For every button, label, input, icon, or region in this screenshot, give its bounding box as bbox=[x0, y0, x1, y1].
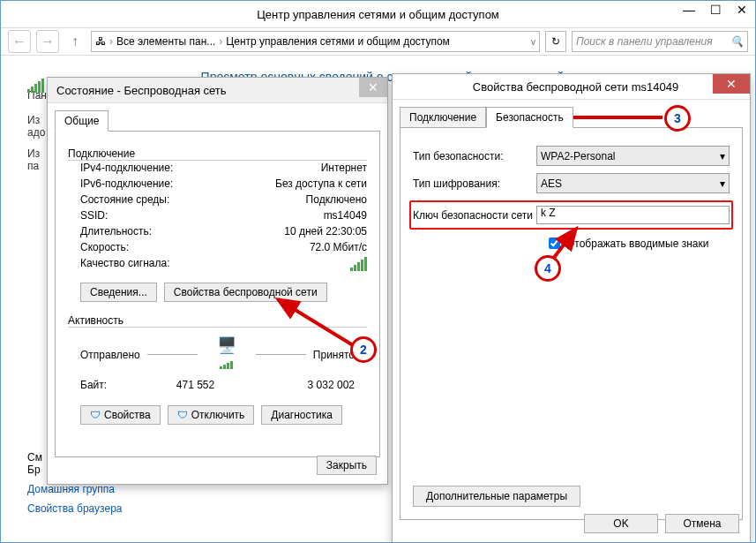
search-placeholder: Поиск в панели управления bbox=[576, 35, 713, 48]
text-fragment: См bbox=[27, 451, 42, 464]
text-fragment: Из bbox=[27, 147, 40, 160]
chevron-right-icon: › bbox=[219, 35, 222, 48]
shield-icon: 🛡 bbox=[90, 409, 101, 421]
breadcrumb-item[interactable]: Все элементы пан... bbox=[116, 35, 215, 48]
text-fragment: Бр bbox=[27, 464, 41, 476]
label: IPv6-подключение: bbox=[80, 177, 173, 190]
back-button[interactable]: ← bbox=[8, 30, 31, 53]
value: Без доступа к сети bbox=[275, 177, 367, 190]
tab-body: Подключение IPv4-подключение:Интернет IP… bbox=[55, 131, 380, 457]
signal-icon bbox=[27, 79, 44, 95]
chevron-down-icon[interactable]: v bbox=[531, 37, 535, 47]
label: Состояние среды: bbox=[80, 193, 169, 206]
search-icon: 🔍 bbox=[730, 35, 744, 48]
tab-strip: Общие bbox=[55, 110, 380, 132]
recv-label: Принято bbox=[313, 349, 355, 361]
tab-security[interactable]: Безопасность bbox=[486, 107, 573, 128]
signal-bars-icon bbox=[350, 257, 367, 274]
refresh-button[interactable]: ↻ bbox=[545, 31, 566, 52]
annotation-3: 3 bbox=[664, 105, 691, 132]
value: 10 дней 22:30:05 bbox=[284, 225, 367, 238]
diagnose-button[interactable]: Диагностика bbox=[261, 405, 342, 425]
chevron-down-icon: ▾ bbox=[720, 150, 725, 162]
value: 72.0 Мбит/с bbox=[310, 241, 367, 253]
close-dialog-button[interactable]: Закрыть bbox=[317, 456, 377, 475]
wireless-props-button[interactable]: Свойства беспроводной сети bbox=[164, 283, 327, 302]
label: SSID: bbox=[80, 209, 108, 222]
bytes-recv-value: 3 032 002 bbox=[284, 379, 355, 391]
shield-icon: 🛡 bbox=[177, 409, 188, 421]
up-button[interactable]: ↑ bbox=[64, 31, 86, 52]
advanced-button[interactable]: Дополнительные параметры bbox=[413, 486, 580, 507]
location-bar[interactable]: 🖧 › Все элементы пан... › Центр управлен… bbox=[91, 31, 540, 52]
window-title: Центр управления сетями и общим доступом bbox=[257, 8, 499, 21]
encryption-select[interactable]: AES▾ bbox=[536, 173, 730, 193]
dialog-title: Состояние - Беспроводная сеть bbox=[56, 84, 227, 97]
cancel-button[interactable]: Отмена bbox=[665, 514, 739, 533]
text-fragment: па bbox=[27, 160, 39, 172]
forward-button[interactable]: → bbox=[36, 30, 59, 53]
main-window: Центр управления сетями и общим доступом… bbox=[0, 0, 756, 543]
encryption-label: Тип шифрования: bbox=[413, 177, 536, 190]
close-button[interactable]: ✕ bbox=[359, 78, 387, 97]
dialog-title-bar: Свойства беспроводной сети ms14049 ✕ bbox=[393, 74, 750, 100]
browser-props-link[interactable]: Свойства браузера bbox=[27, 502, 123, 515]
wireless-properties-dialog: Свойства беспроводной сети ms14049 ✕ Под… bbox=[392, 73, 751, 543]
location-icon: 🖧 bbox=[95, 35, 106, 48]
breadcrumb-row: ← → ↑ 🖧 › Все элементы пан... › Центр уп… bbox=[1, 28, 755, 56]
details-button[interactable]: Сведения... bbox=[80, 283, 157, 302]
ok-button[interactable]: OK bbox=[584, 514, 658, 533]
properties-button[interactable]: 🛡Свойства bbox=[80, 405, 161, 425]
tab-connection[interactable]: Подключение bbox=[400, 107, 486, 128]
show-chars-label: Отображать вводимые знаки bbox=[566, 238, 708, 250]
chevron-right-icon: › bbox=[109, 35, 113, 48]
dialog-title: Свойства беспроводной сети ms14049 bbox=[473, 80, 678, 94]
value: ms14049 bbox=[324, 209, 367, 222]
security-key-input[interactable]: k Z bbox=[536, 206, 730, 224]
label: Скорость: bbox=[80, 241, 129, 253]
label: Длительность: bbox=[80, 225, 152, 238]
tab-body: Тип безопасности: WPA2-Personal▾ Тип шиф… bbox=[400, 127, 743, 520]
value: Интернет bbox=[321, 162, 367, 174]
security-key-label: Ключ безопасности сети bbox=[413, 209, 536, 222]
minimize-button[interactable]: — bbox=[676, 1, 702, 20]
security-type-select[interactable]: WPA2-Personal▾ bbox=[536, 146, 730, 166]
bytes-sent-value: 471 552 bbox=[107, 379, 284, 391]
annotation-4: 4 bbox=[535, 255, 561, 282]
title-bar: Центр управления сетями и общим доступом… bbox=[1, 1, 755, 28]
tab-general[interactable]: Общие bbox=[55, 110, 109, 132]
show-chars-checkbox[interactable] bbox=[549, 238, 560, 249]
text-fragment: адо bbox=[27, 126, 45, 139]
text-fragment: Из bbox=[27, 114, 40, 126]
window-controls: — ☐ ✕ bbox=[676, 1, 755, 20]
network-pc-icon: 🖥️ bbox=[205, 336, 249, 373]
close-button[interactable]: ✕ bbox=[713, 74, 750, 94]
close-button[interactable]: ✕ bbox=[729, 1, 755, 20]
value: Подключено bbox=[306, 193, 367, 206]
maximize-button[interactable]: ☐ bbox=[702, 1, 729, 20]
status-dialog: Состояние - Беспроводная сеть ✕ Общие По… bbox=[47, 77, 388, 485]
annotation-2: 2 bbox=[350, 336, 377, 363]
chevron-down-icon: ▾ bbox=[720, 177, 725, 190]
search-input[interactable]: Поиск в панели управления 🔍 bbox=[572, 31, 748, 52]
breadcrumb-item[interactable]: Центр управления сетями и общим доступом bbox=[226, 35, 450, 48]
sent-label: Отправлено bbox=[80, 349, 140, 361]
bytes-label: Байт: bbox=[80, 379, 107, 391]
activity-row: Отправлено 🖥️ Принято bbox=[68, 327, 367, 377]
disconnect-button[interactable]: 🛡Отключить bbox=[168, 405, 255, 425]
fieldset-connection: Подключение bbox=[68, 147, 367, 160]
fieldset-activity: Активность bbox=[68, 314, 367, 327]
homegroup-link[interactable]: Домашняя группа bbox=[27, 483, 123, 495]
label: IPv4-подключение: bbox=[80, 162, 173, 174]
label: Качество сигнала: bbox=[80, 257, 169, 274]
security-type-label: Тип безопасности: bbox=[413, 150, 536, 162]
dialog-title-bar: Состояние - Беспроводная сеть ✕ bbox=[48, 78, 387, 103]
tab-strip: Подключение Безопасность bbox=[400, 107, 743, 128]
highlight-box: Ключ безопасности сети k Z bbox=[409, 200, 733, 230]
